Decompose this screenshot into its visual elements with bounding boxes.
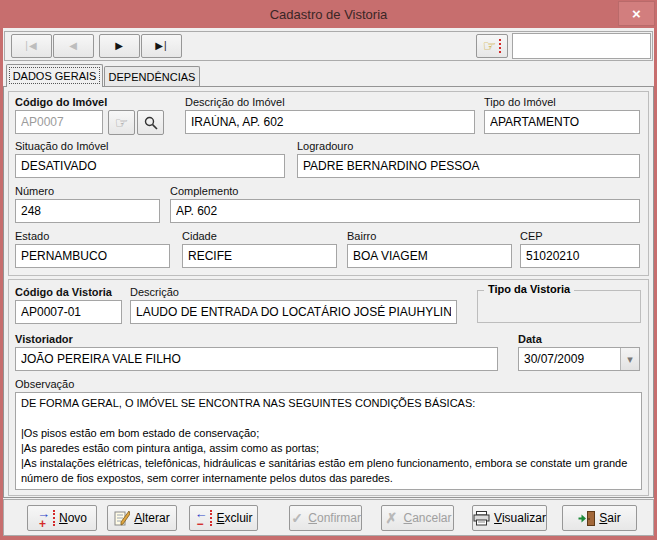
tab-dependencias[interactable]: DEPENDÊNCIAS — [104, 66, 200, 87]
descricao-vistoria-input[interactable] — [130, 300, 457, 324]
complemento-label: Complemento — [170, 185, 238, 198]
codigo-imovel-label: Código do Imóvel — [15, 96, 107, 109]
codigo-imovel-input[interactable] — [15, 110, 103, 134]
toolbar: |◀ ◀ ▶ ▶| ☞ — [4, 31, 653, 61]
delete-record-icon: ←− — [194, 510, 212, 526]
locate-record-button[interactable]: ☞ — [476, 34, 508, 58]
logradouro-label: Logradouro — [297, 140, 353, 153]
tipo-imovel-input[interactable] — [484, 110, 640, 134]
confirmar-button[interactable]: ✓ Confirmar — [289, 505, 362, 531]
data-combobox[interactable]: 30/07/2009 ▾ — [518, 347, 640, 371]
numero-input[interactable] — [15, 199, 160, 223]
close-icon: × — [632, 5, 641, 22]
printer-icon — [473, 511, 490, 526]
cep-input[interactable] — [520, 244, 640, 268]
observacao-memo[interactable]: DE FORMA GERAL, O IMÓVEL SE ENCONTRA NAS… — [15, 392, 642, 490]
situacao-imovel-input[interactable] — [15, 154, 285, 178]
tipo-vistoria-label: Tipo da Vistoria — [484, 283, 574, 295]
descricao-imovel-label: Descrição do Imóvel — [185, 96, 285, 109]
nav-prior-icon: ◀ — [69, 40, 78, 51]
cancelar-button[interactable]: ✗ Cancelar — [381, 505, 454, 531]
search-input[interactable] — [512, 33, 651, 59]
visualizar-button[interactable]: Visualizar — [472, 505, 547, 531]
sair-button[interactable]: Sair — [562, 505, 637, 531]
new-record-icon: →+ — [37, 510, 55, 526]
window: Cadastro de Vistoria × |◀ ◀ ▶ ▶| ☞ DADOS… — [0, 0, 657, 540]
nav-prior-button[interactable]: ◀ — [53, 34, 94, 58]
descricao-vistoria-label: Descrição — [130, 286, 179, 299]
tab-dados-gerais[interactable]: DADOS GERAIS — [6, 64, 103, 87]
alterar-button[interactable]: Alterar — [107, 505, 177, 531]
tab-dependencias-label: DEPENDÊNCIAS — [109, 71, 196, 83]
codigo-vistoria-label: Código da Vistoria — [15, 286, 112, 299]
data-label: Data — [518, 333, 542, 346]
vistoriador-input[interactable] — [15, 347, 498, 371]
dropdown-arrow-icon[interactable]: ▾ — [620, 348, 639, 370]
excluir-button[interactable]: ←− Excluir — [189, 505, 258, 531]
search-imovel-button[interactable] — [137, 110, 164, 135]
situacao-imovel-label: Situação do Imóvel — [15, 140, 109, 153]
nav-last-icon: ▶| — [155, 40, 167, 51]
confirm-check-icon: ✓ — [290, 510, 304, 526]
numero-label: Número — [15, 185, 54, 198]
novo-label: Novo — [59, 511, 87, 525]
logradouro-input[interactable] — [297, 154, 640, 178]
nav-next-icon: ▶ — [115, 40, 124, 51]
codigo-vistoria-input[interactable] — [15, 300, 122, 324]
bairro-label: Bairro — [347, 230, 376, 243]
window-title: Cadastro de Vistoria — [270, 7, 388, 22]
bairro-input[interactable] — [347, 244, 512, 268]
complemento-input[interactable] — [170, 199, 640, 223]
exit-door-icon — [578, 511, 595, 526]
descricao-imovel-input[interactable] — [185, 110, 475, 134]
magnifier-icon — [144, 116, 158, 130]
cep-label: CEP — [520, 230, 543, 243]
nav-first-button[interactable]: |◀ — [11, 34, 52, 58]
action-bar: →+ Novo Alterar ←− Excluir — [3, 499, 654, 536]
estado-input[interactable] — [15, 244, 170, 268]
titlebar: Cadastro de Vistoria × — [0, 0, 657, 28]
cidade-label: Cidade — [182, 230, 217, 243]
nav-next-button[interactable]: ▶ — [99, 34, 140, 58]
nav-last-button[interactable]: ▶| — [141, 34, 182, 58]
tipo-imovel-label: Tipo do Imóvel — [484, 96, 556, 109]
nav-first-icon: |◀ — [25, 40, 37, 51]
visualizar-label: Visualizar — [494, 511, 546, 525]
tab-dados-gerais-label: DADOS GERAIS — [13, 70, 97, 82]
data-value: 30/07/2009 — [519, 352, 620, 366]
observacao-label: Observação — [15, 378, 74, 391]
cancel-x-icon: ✗ — [383, 510, 399, 526]
novo-button[interactable]: →+ Novo — [27, 505, 97, 531]
pointing-hand-icon: ☞ — [483, 39, 501, 53]
pointing-hand-small-icon: ☞ — [115, 116, 128, 130]
sair-label: Sair — [599, 511, 620, 525]
close-button[interactable]: × — [618, 1, 655, 26]
cancelar-label: Cancelar — [403, 511, 451, 525]
tipo-vistoria-groupbox: Tipo da Vistoria — [477, 290, 641, 323]
window-frame-bottom — [0, 536, 657, 540]
goto-imovel-button[interactable]: ☞ — [108, 110, 135, 135]
cidade-input[interactable] — [182, 244, 337, 268]
estado-label: Estado — [15, 230, 49, 243]
vistoriador-label: Vistoriador — [15, 333, 73, 346]
alterar-label: Alterar — [134, 511, 169, 525]
confirmar-label: Confirmar — [308, 511, 361, 525]
edit-icon — [114, 510, 130, 526]
excluir-label: Excluir — [216, 511, 252, 525]
